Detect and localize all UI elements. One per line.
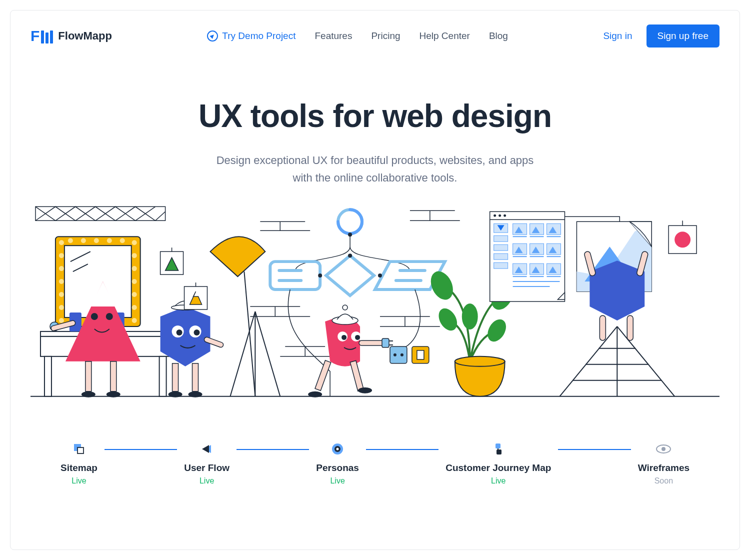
svg-point-14	[132, 254, 137, 258]
personas-icon	[330, 442, 345, 456]
svg-rect-37	[110, 362, 116, 392]
feature-personas[interactable]: Personas Live	[316, 442, 359, 486]
nav-blog[interactable]: Blog	[489, 30, 508, 42]
svg-rect-104	[359, 340, 384, 346]
svg-point-113	[455, 356, 505, 366]
svg-point-9	[59, 279, 64, 284]
connector	[104, 449, 177, 450]
svg-marker-159	[590, 261, 644, 321]
svg-rect-175	[78, 448, 83, 453]
user-flow-icon	[200, 442, 214, 456]
svg-point-45	[194, 330, 200, 336]
svg-point-103	[358, 388, 372, 394]
svg-line-165	[617, 326, 674, 396]
svg-rect-123	[494, 262, 508, 268]
svg-point-18	[132, 305, 137, 310]
svg-point-110	[435, 306, 461, 334]
svg-point-24	[120, 238, 125, 244]
svg-rect-27	[44, 356, 52, 396]
feature-label: Wireframes	[638, 462, 690, 474]
svg-point-19	[132, 318, 137, 323]
svg-point-38	[82, 392, 96, 398]
svg-point-91	[400, 354, 404, 356]
svg-point-22	[94, 238, 99, 244]
svg-rect-162	[600, 316, 606, 340]
svg-rect-93	[417, 350, 424, 360]
feature-tabs: Sitemap Live User Flow Live Personas Liv…	[30, 442, 720, 486]
svg-marker-177	[202, 445, 209, 453]
journey-map-icon	[491, 442, 506, 456]
svg-rect-89	[390, 346, 407, 364]
feature-label: Sitemap	[60, 462, 98, 474]
sign-up-button[interactable]: Sign up free	[646, 24, 720, 48]
feature-sitemap[interactable]: Sitemap Live	[60, 442, 98, 486]
svg-line-58	[244, 272, 255, 396]
svg-point-50	[188, 392, 202, 398]
svg-rect-182	[496, 450, 502, 454]
svg-rect-28	[160, 356, 166, 396]
svg-line-164	[560, 326, 617, 396]
svg-point-35	[106, 313, 113, 320]
svg-point-70	[318, 274, 322, 278]
svg-point-15	[132, 266, 137, 271]
hero-subtitle: Design exceptional UX for beautiful prod…	[180, 152, 570, 186]
nav-features[interactable]: Features	[314, 30, 352, 42]
feature-status: Live	[72, 476, 86, 486]
svg-point-8	[59, 266, 64, 271]
svg-point-17	[132, 292, 137, 297]
nav-help-center[interactable]: Help Center	[420, 30, 470, 42]
svg-point-39	[106, 392, 120, 398]
feature-status: Live	[330, 476, 344, 486]
svg-point-13	[132, 240, 137, 246]
connector	[236, 449, 309, 450]
primary-nav: Try Demo Project Features Pricing Help C…	[207, 30, 508, 42]
header: F FlowMapp Try Demo Project Features Pri…	[30, 24, 720, 48]
svg-rect-181	[496, 444, 500, 448]
brand-logo[interactable]: F FlowMapp	[30, 28, 112, 44]
svg-point-171	[674, 232, 690, 248]
wireframes-icon	[656, 442, 671, 456]
svg-rect-36	[86, 362, 92, 392]
svg-point-12	[59, 318, 64, 323]
feature-status: Live	[200, 476, 214, 486]
svg-marker-41	[160, 306, 210, 366]
svg-rect-122	[494, 254, 508, 260]
svg-point-20	[68, 238, 73, 244]
svg-point-34	[91, 313, 98, 320]
svg-point-99	[342, 305, 348, 310]
feature-customer-journey-map[interactable]: Customer Journey Map Live	[446, 442, 551, 486]
feature-status: Soon	[654, 476, 673, 486]
feature-label: Personas	[316, 462, 359, 474]
feature-user-flow[interactable]: User Flow Live	[184, 442, 230, 486]
svg-point-111	[484, 316, 510, 345]
svg-point-116	[494, 214, 496, 217]
nav-pricing[interactable]: Pricing	[371, 30, 400, 42]
svg-point-118	[504, 214, 506, 217]
svg-point-11	[59, 305, 64, 310]
svg-rect-63	[270, 262, 320, 290]
header-auth: Sign in Sign up free	[603, 24, 720, 48]
svg-point-73	[348, 254, 352, 258]
svg-rect-120	[494, 236, 508, 242]
svg-point-10	[59, 292, 64, 297]
svg-point-97	[355, 335, 360, 340]
svg-point-90	[394, 354, 396, 356]
svg-point-102	[308, 392, 322, 398]
nav-demo-label: Try Demo Project	[222, 30, 296, 42]
svg-point-7	[59, 254, 64, 258]
logo-mark-icon: F	[30, 28, 53, 44]
connector	[558, 449, 630, 450]
hero-title: UX tools for web design	[30, 98, 720, 134]
feature-label: User Flow	[184, 462, 230, 474]
svg-point-6	[59, 240, 64, 246]
svg-rect-105	[382, 338, 389, 348]
compass-icon	[207, 30, 218, 42]
svg-rect-163	[627, 316, 633, 340]
feature-wireframes[interactable]: Wireframes Soon	[638, 442, 690, 486]
nav-try-demo[interactable]: Try Demo Project	[207, 30, 296, 42]
svg-point-43	[176, 330, 182, 336]
sign-in-link[interactable]: Sign in	[603, 30, 632, 42]
svg-rect-101	[350, 361, 364, 392]
svg-line-60	[255, 312, 280, 396]
svg-marker-66	[326, 256, 374, 296]
